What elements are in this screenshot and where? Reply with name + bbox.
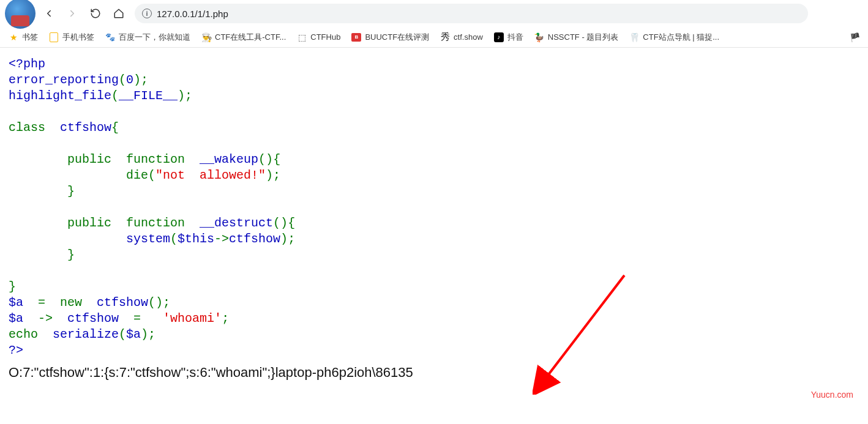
- bookmark-label: 手机书签: [62, 32, 94, 43]
- watermark: Yuucn.com: [811, 390, 853, 400]
- forward-button[interactable]: [62, 4, 82, 23]
- bookmark-buuctf[interactable]: B BUUCTF在线评测: [351, 32, 429, 43]
- tooth-icon: 🦷: [629, 32, 639, 42]
- bookmark-ctfnav[interactable]: 🦷 CTF站点导航 | 猫捉...: [629, 32, 719, 43]
- buuctf-icon: B: [351, 32, 361, 42]
- douyin-icon: ♪: [494, 32, 504, 42]
- bookmark-douyin[interactable]: ♪ 抖音: [494, 32, 523, 43]
- mobile-bookmark-icon: [49, 32, 59, 42]
- bookmark-baidu[interactable]: 🐾 百度一下，你就知道: [105, 32, 190, 43]
- bookmarks-bar: ★ 书签 手机书签 🐾 百度一下，你就知道 👨‍🍳 CTF在线工具-CTF...…: [0, 27, 868, 48]
- bookmark-label: BUUCTF在线评测: [365, 32, 429, 43]
- bookmark-label: CTF站点导航 | 猫捉...: [643, 32, 719, 43]
- bookmark-label: NSSCTF - 题目列表: [548, 32, 619, 43]
- bookmark-label: 抖音: [507, 32, 523, 43]
- php-source: <?php error_reporting(0); highlight_file…: [0, 48, 868, 362]
- bookmark-label: 书签: [22, 32, 38, 43]
- home-button[interactable]: [109, 4, 129, 23]
- bookmark-ctftools[interactable]: 👨‍🍳 CTF在线工具-CTF...: [201, 32, 286, 43]
- bookmark-bookmarks[interactable]: ★ 书签: [9, 32, 38, 43]
- bookmark-label: CTFHub: [310, 32, 340, 42]
- avatar-icon: [5, 0, 36, 29]
- bookmark-overflow[interactable]: 🏴: [850, 32, 859, 42]
- back-button[interactable]: [39, 4, 59, 23]
- reload-button[interactable]: [86, 4, 105, 23]
- site-info-icon[interactable]: i: [142, 9, 152, 18]
- flag-icon: 🏴: [850, 32, 859, 42]
- bookmark-label: CTF在线工具-CTF...: [215, 32, 286, 43]
- chef-icon: 👨‍🍳: [201, 32, 211, 42]
- script-output: O:7:"ctfshow":1:{s:7:"ctfshow";s:6:"whoa…: [0, 365, 868, 381]
- bookmark-mobile[interactable]: 手机书签: [49, 32, 94, 43]
- ctfshow-icon: 秀: [440, 32, 450, 42]
- address-bar: i 127.0.0.1/1/1.php: [0, 0, 868, 27]
- star-icon: ★: [9, 32, 18, 42]
- profile-avatar[interactable]: [5, 0, 36, 27]
- bookmark-ctfhub[interactable]: ⬚ CTFHub: [297, 32, 340, 42]
- bookmark-label: 百度一下，你就知道: [119, 32, 190, 43]
- bookmark-label: ctf.show: [454, 32, 483, 42]
- nssctf-icon: 🦆: [534, 32, 544, 42]
- url-text: 127.0.0.1/1/1.php: [157, 9, 228, 19]
- bookmark-nssctf[interactable]: 🦆 NSSCTF - 题目列表: [534, 32, 619, 43]
- cube-icon: ⬚: [297, 32, 307, 42]
- bookmark-ctfshow[interactable]: 秀 ctf.show: [440, 32, 483, 42]
- address-input[interactable]: i 127.0.0.1/1/1.php: [135, 4, 808, 23]
- baidu-icon: 🐾: [105, 32, 115, 42]
